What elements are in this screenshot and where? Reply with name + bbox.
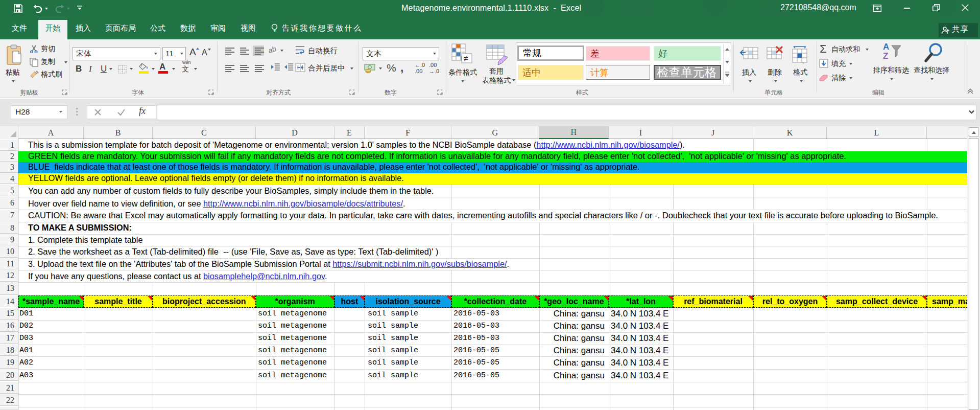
svg-text:≠: ≠ xyxy=(464,54,468,63)
